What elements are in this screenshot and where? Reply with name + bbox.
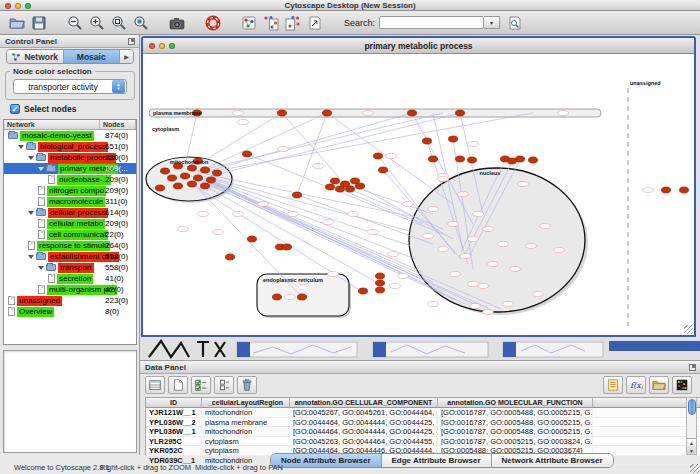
search-input[interactable]: [379, 16, 484, 29]
table-cell[interactable]: [593, 427, 700, 436]
table-cell[interactable]: [GO:0016787, GO:0005488, GO:0005215, G..…: [438, 427, 593, 436]
delete-attribute-trash-button[interactable]: [237, 376, 257, 394]
tree-row-nitrogen-compo[interactable]: nitrogen compo209(0): [4, 185, 136, 196]
window-resize-grip[interactable]: [690, 464, 699, 473]
column-header-annotation.GO CELLULAR_COMPONENT[interactable]: annotation.GO CELLULAR_COMPONENT: [290, 398, 438, 408]
network-node[interactable]: [293, 192, 302, 198]
frame-zoom-button[interactable]: [169, 43, 175, 49]
network-node[interactable]: [376, 287, 385, 293]
expander-icon[interactable]: [38, 266, 44, 270]
unselect-attributes-button[interactable]: [214, 376, 234, 394]
network-node[interactable]: [181, 173, 190, 179]
table-cell[interactable]: YLR295C: [146, 437, 202, 446]
network-node[interactable]: [188, 165, 197, 171]
attribute-grid-button[interactable]: [145, 376, 165, 394]
expander-icon[interactable]: [38, 167, 44, 171]
table-cell[interactable]: mitochondrion: [202, 408, 290, 417]
network-node[interactable]: [201, 183, 210, 189]
annotation-page-button[interactable]: [304, 13, 326, 33]
frame-close-button[interactable]: [149, 43, 155, 49]
network-node[interactable]: [429, 156, 438, 162]
notes-button[interactable]: [603, 376, 623, 394]
network-node[interactable]: [298, 294, 307, 300]
tree-row-macromolecule[interactable]: macromolecule311(0): [4, 196, 136, 207]
network-node[interactable]: [346, 186, 355, 192]
table-row-YLR295C[interactable]: YLR295Ccytoplasm[GO:0045263, GO:0044464,…: [146, 437, 700, 447]
frame-minimize-button[interactable]: [159, 43, 165, 49]
tree-row-mosaic-demo-yeast[interactable]: mosaic-demo-yeast874(0): [4, 130, 136, 141]
scrollbar-thumb[interactable]: [688, 399, 696, 415]
expander-icon[interactable]: [28, 255, 34, 259]
network-node[interactable]: [273, 294, 282, 300]
matrix-button[interactable]: [672, 376, 692, 394]
zoom-out-button[interactable]: [64, 13, 86, 33]
network-node[interactable]: [326, 184, 335, 190]
import-folder-button[interactable]: [649, 376, 669, 394]
tree-row-metabolic-process[interactable]: metabolic process280(0): [4, 152, 136, 163]
snapshot-camera-button[interactable]: [166, 13, 188, 33]
network-node[interactable]: [356, 183, 365, 189]
network-node[interactable]: [508, 158, 517, 164]
tree-row-multi-organism-pro[interactable]: multi-organism pro42(0): [4, 284, 136, 295]
tree-row-primary-metabo[interactable]: primary metabo209(...: [4, 163, 136, 174]
network-node[interactable]: [468, 157, 477, 163]
tree-row-cellular-metabo[interactable]: cellular metabo209(0): [4, 218, 136, 229]
network-node[interactable]: [156, 185, 165, 191]
frame-resize-grip[interactable]: [684, 325, 693, 334]
network-node[interactable]: [529, 157, 538, 163]
table-cell[interactable]: YPL036W__1: [146, 427, 202, 436]
network-node[interactable]: [376, 280, 385, 286]
network-node[interactable]: [359, 288, 368, 294]
network-node[interactable]: [248, 236, 257, 242]
network-node[interactable]: [283, 244, 292, 250]
search-combo-arrow-icon[interactable]: ▾: [484, 16, 500, 29]
tree-row-cell-communicat[interactable]: cell communicat22(0): [4, 229, 136, 240]
tree-row-unassigned[interactable]: unassigned223(0): [4, 295, 136, 306]
network-node[interactable]: [207, 177, 216, 183]
close-button[interactable]: [5, 3, 11, 9]
network-node[interactable]: [516, 156, 525, 162]
table-row-YPL036W__1[interactable]: YPL036W__1mitochondrion[GO:0044464, GO:0…: [146, 427, 700, 437]
table-cell[interactable]: [593, 418, 700, 427]
column-header-ID[interactable]: ID: [146, 398, 202, 408]
table-cell[interactable]: [593, 408, 700, 417]
tree-row-nucleobase-[interactable]: nucleobase-...209(0): [4, 174, 136, 185]
table-cell[interactable]: [GO:0045267, GO:0045261, GO:0044464, G..…: [290, 408, 438, 417]
network-node[interactable]: [423, 138, 432, 144]
layout-copy-button[interactable]: [260, 13, 282, 33]
table-cell[interactable]: [593, 437, 700, 446]
network-node[interactable]: [376, 273, 385, 279]
table-cell[interactable]: YKR052C: [146, 446, 202, 455]
network-node[interactable]: [194, 175, 203, 181]
network-node[interactable]: [278, 110, 287, 116]
column-header-_cellularLayoutRegion[interactable]: _cellularLayoutRegion: [202, 398, 290, 408]
network-node[interactable]: [188, 181, 197, 187]
network-node[interactable]: [331, 178, 340, 184]
open-folder-button[interactable]: [6, 13, 28, 33]
tree-row-secretion[interactable]: secretion41(0): [4, 273, 136, 284]
network-node[interactable]: [449, 136, 458, 142]
expander-icon[interactable]: [28, 156, 34, 160]
tree-row-overview[interactable]: Overview8(0): [4, 306, 136, 317]
network-node[interactable]: [680, 187, 689, 193]
minimize-button[interactable]: [15, 3, 21, 9]
tree-col-network[interactable]: Network: [4, 120, 100, 129]
table-cell[interactable]: mitochondrion: [202, 427, 290, 436]
table-cell[interactable]: [GO:0044464, GO:0044444, GO:0044425, G..…: [290, 427, 438, 436]
network-node[interactable]: [168, 175, 177, 181]
tree-row-cellular-process[interactable]: cellular process614(0): [4, 207, 136, 218]
network-node[interactable]: [323, 110, 332, 116]
table-cell[interactable]: plasma membrane: [202, 418, 290, 427]
plugin-manager-button[interactable]: [202, 13, 224, 33]
table-cell[interactable]: cytoplasm: [202, 437, 290, 446]
table-scrollbar[interactable]: ▲▼: [686, 397, 697, 455]
table-cell[interactable]: [GO:0016787, GO:0005215, GO:0003824, G..…: [438, 437, 593, 446]
network-canvas[interactable]: plasma membranecytoplasmmitochondrionnuc…: [143, 54, 694, 335]
table-row-YJR121W__1[interactable]: YJR121W__1mitochondrion[GO:0045267, GO:0…: [146, 408, 700, 418]
network-node[interactable]: [243, 151, 252, 157]
tree-row-biological-process[interactable]: biological_process651(0): [4, 141, 136, 152]
node-color-dropdown[interactable]: transporter activity ▲▼: [13, 79, 127, 94]
network-node[interactable]: [456, 110, 465, 116]
birdseye-view[interactable]: [3, 350, 137, 453]
function-builder-button[interactable]: [626, 376, 646, 394]
